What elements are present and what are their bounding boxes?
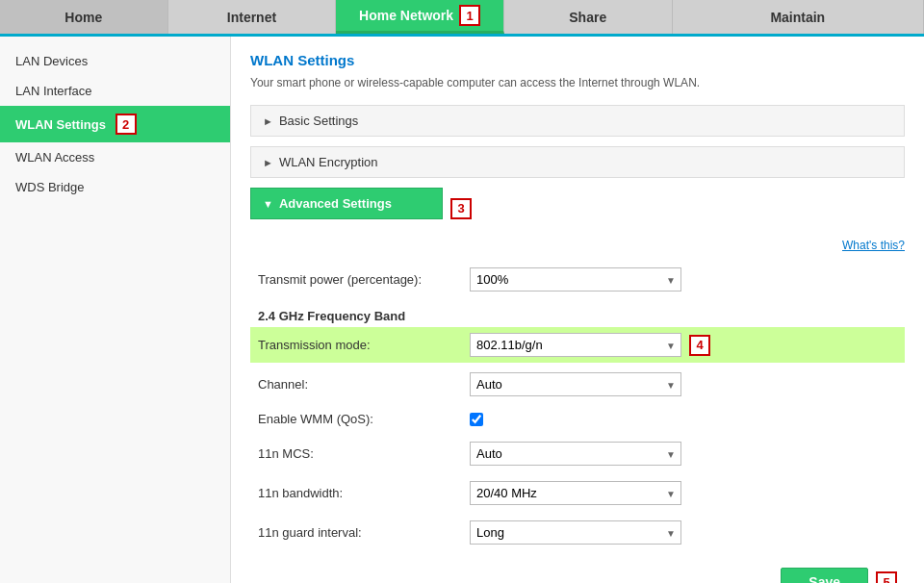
mcs-label: 11n MCS: — [258, 446, 470, 461]
tab-home-network[interactable]: Home Network 1 — [336, 0, 504, 34]
save-area: Save 5 — [250, 558, 905, 583]
transmit-power-label: Transmit power (percentage): — [258, 272, 470, 287]
sidebar-item-lan-devices[interactable]: LAN Devices — [0, 46, 230, 76]
tab-maintain[interactable]: Maintain — [673, 0, 924, 34]
channel-control: Auto — [470, 372, 681, 396]
enable-wmm-control — [470, 413, 483, 426]
bandwidth-select-wrap: 20/40 MHz — [470, 481, 681, 505]
sidebar-item-lan-interface[interactable]: LAN Interface — [0, 76, 230, 106]
basic-settings-arrow: ► — [263, 115, 273, 127]
transmit-power-select-wrap: 100% — [470, 267, 681, 292]
bandwidth-select[interactable]: 20/40 MHz — [470, 481, 681, 505]
channel-label: Channel: — [258, 377, 470, 392]
badge-2: 2 — [116, 114, 137, 135]
sidebar: LAN Devices LAN Interface WLAN Settings … — [0, 37, 231, 583]
bandwidth-control: 20/40 MHz — [470, 481, 681, 505]
main-layout: LAN Devices LAN Interface WLAN Settings … — [0, 37, 924, 583]
page-title: WLAN Settings — [250, 52, 905, 68]
badge-4: 4 — [689, 335, 710, 356]
wlan-encryption-header[interactable]: ► WLAN Encryption — [250, 146, 905, 178]
channel-select-wrap: Auto — [470, 372, 681, 396]
wlan-encryption-arrow: ► — [263, 157, 273, 168]
sidebar-item-wlan-settings[interactable]: WLAN Settings 2 — [0, 106, 230, 142]
enable-wmm-checkbox[interactable] — [470, 413, 483, 426]
top-navigation: Home Internet Home Network 1 Share Maint… — [0, 0, 924, 37]
save-button[interactable]: Save — [781, 568, 868, 583]
whats-this-link[interactable]: What's this? — [250, 239, 905, 252]
transmit-power-control: 100% — [470, 267, 681, 292]
advanced-settings-header[interactable]: ▼ Advanced Settings — [250, 188, 443, 219]
enable-wmm-label: Enable WMM (QoS): — [258, 412, 470, 426]
guard-interval-select[interactable]: Long — [470, 520, 681, 545]
tab-share[interactable]: Share — [504, 0, 673, 34]
advanced-settings-arrow: ▼ — [263, 198, 273, 210]
channel-row: Channel: Auto — [250, 367, 905, 402]
enable-wmm-row: Enable WMM (QoS): — [250, 406, 905, 432]
freq-band-title: 2.4 GHz Frequency Band — [250, 301, 905, 327]
content-area: WLAN Settings Your smart phone or wirele… — [231, 37, 924, 583]
tab-home[interactable]: Home — [0, 0, 168, 34]
mcs-select-wrap: Auto — [470, 442, 681, 466]
badge-3: 3 — [450, 198, 472, 219]
sidebar-item-wds-bridge[interactable]: WDS Bridge — [0, 172, 230, 202]
tab-internet[interactable]: Internet — [168, 0, 337, 34]
transmission-mode-label: Transmission mode: — [258, 338, 470, 352]
guard-interval-control: Long — [470, 520, 681, 545]
transmission-mode-control: 802.11b/g/n 4 — [470, 333, 710, 357]
transmit-power-select[interactable]: 100% — [470, 267, 681, 292]
bandwidth-row: 11n bandwidth: 20/40 MHz — [250, 475, 905, 511]
transmission-mode-row: Transmission mode: 802.11b/g/n 4 — [250, 327, 905, 363]
basic-settings-header[interactable]: ► Basic Settings — [250, 105, 905, 137]
guard-interval-label: 11n guard interval: — [258, 525, 470, 540]
mcs-control: Auto — [470, 442, 681, 466]
badge-5: 5 — [876, 571, 897, 583]
guard-interval-select-wrap: Long — [470, 520, 681, 545]
badge-1: 1 — [459, 5, 480, 26]
transmission-mode-select-wrap: 802.11b/g/n — [470, 333, 681, 357]
transmit-power-row: Transmit power (percentage): 100% — [250, 262, 905, 297]
transmission-mode-select[interactable]: 802.11b/g/n — [470, 333, 681, 357]
mcs-row: 11n MCS: Auto — [250, 436, 905, 471]
guard-interval-row: 11n guard interval: Long — [250, 515, 905, 550]
sidebar-item-wlan-access[interactable]: WLAN Access — [0, 142, 230, 172]
bandwidth-label: 11n bandwidth: — [258, 486, 470, 500]
page-description: Your smart phone or wireless-capable com… — [250, 76, 905, 89]
mcs-select[interactable]: Auto — [470, 442, 681, 466]
channel-select[interactable]: Auto — [470, 372, 681, 396]
